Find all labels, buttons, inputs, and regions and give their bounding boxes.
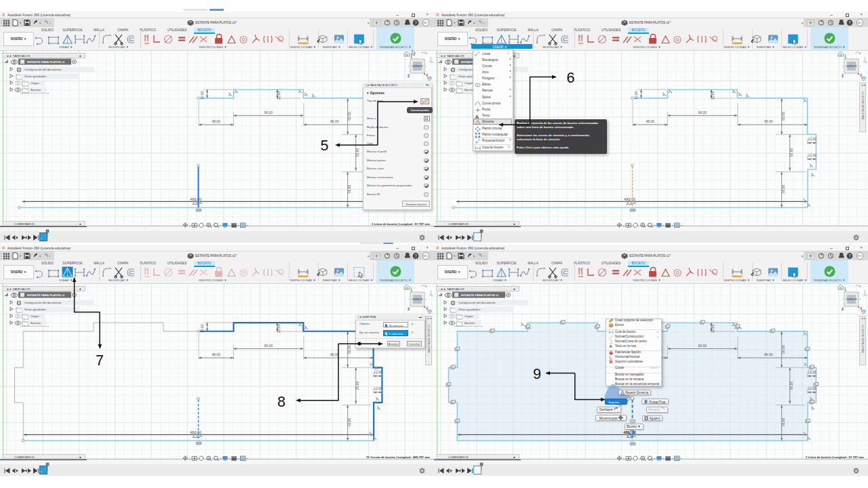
svg-text:7: 7 bbox=[96, 352, 104, 369]
svg-text:5: 5 bbox=[321, 138, 329, 154]
svg-text:8: 8 bbox=[277, 394, 285, 410]
svg-text:6: 6 bbox=[567, 70, 575, 86]
svg-text:9: 9 bbox=[533, 366, 541, 382]
